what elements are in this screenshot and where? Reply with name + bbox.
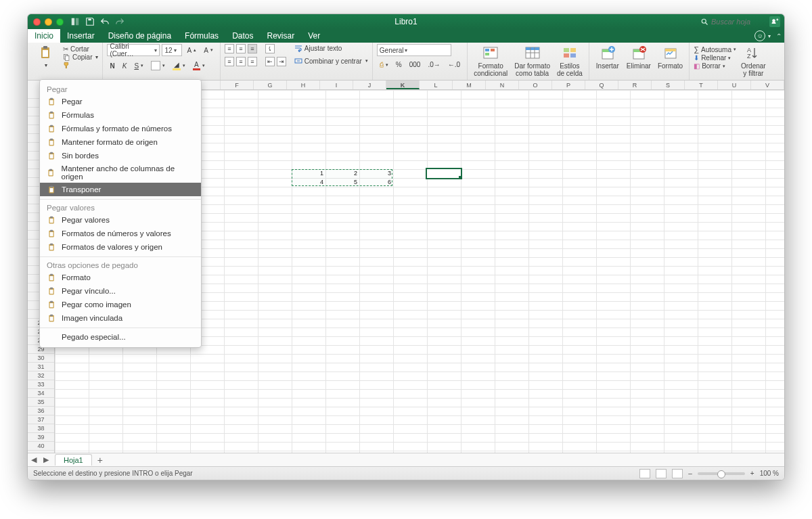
align-center-button[interactable]: ≡: [236, 57, 246, 66]
paste-option-sin-bordes[interactable]: Sin bordes: [40, 149, 201, 162]
cell-styles-button[interactable]: Estilos de celda: [555, 44, 585, 78]
row-header-33[interactable]: 33: [28, 380, 54, 389]
increase-font-button[interactable]: A▴: [184, 45, 199, 55]
align-left-button[interactable]: ≡: [225, 57, 234, 66]
sheet-tab-1[interactable]: Hoja1: [55, 454, 92, 466]
paste-special-button[interactable]: Pegado especial...: [40, 331, 201, 343]
column-header-J[interactable]: J: [353, 81, 386, 89]
clear-button[interactable]: ◧Borrar▾: [694, 62, 736, 70]
paste-option-pegar-como-imagen[interactable]: Pegar como imagen: [40, 298, 201, 311]
tab-ver[interactable]: Ver: [301, 29, 327, 43]
decrease-font-button[interactable]: A▾: [201, 45, 216, 55]
minimize-window-button[interactable]: [45, 18, 52, 26]
paste-option-imagen-vinculada[interactable]: Imagen vinculada: [40, 311, 201, 325]
row-header-30[interactable]: 30: [28, 354, 54, 363]
delete-cells-button[interactable]: Eliminar: [625, 44, 653, 72]
number-format-dropdown[interactable]: General▾: [377, 44, 451, 56]
row-header-38[interactable]: 38: [28, 424, 54, 433]
search-input[interactable]: [711, 18, 765, 26]
column-header-V[interactable]: V: [751, 81, 784, 89]
format-cells-button[interactable]: Formato: [656, 44, 685, 72]
paste-option-mantener-ancho-de-columnas-de-origen[interactable]: Mantener ancho de columnas de origen: [40, 162, 201, 183]
increase-decimal-button[interactable]: .0→: [425, 60, 443, 70]
paste-option-f-rmulas[interactable]: Fórmulas: [40, 108, 201, 122]
active-cell[interactable]: [427, 169, 461, 178]
column-header-O[interactable]: O: [519, 81, 552, 89]
zoom-in-button[interactable]: +: [750, 470, 754, 477]
format-painter-button[interactable]: [63, 62, 98, 69]
column-header-R[interactable]: R: [618, 81, 652, 89]
view-layout-button[interactable]: [656, 469, 667, 478]
cell[interactable]: 2: [325, 169, 359, 178]
close-window-button[interactable]: [33, 18, 41, 26]
column-header-U[interactable]: U: [718, 81, 751, 89]
view-break-button[interactable]: [672, 469, 683, 478]
tab-revisar[interactable]: Revisar: [260, 29, 301, 43]
row-header-41[interactable]: 41: [28, 451, 54, 453]
column-header-N[interactable]: N: [486, 81, 519, 89]
maximize-window-button[interactable]: [56, 18, 64, 26]
row-header-34[interactable]: 34: [28, 389, 54, 398]
conditional-format-button[interactable]: Formato condicional: [472, 44, 510, 78]
align-bottom-button[interactable]: ≡: [248, 44, 257, 53]
merge-center-button[interactable]: Combinar y centrar▾: [294, 57, 368, 65]
fill-color-button[interactable]: ◢▾: [170, 60, 188, 72]
column-header-K[interactable]: K: [386, 81, 420, 89]
paste-option-pegar[interactable]: Pegar: [40, 95, 201, 108]
zoom-slider[interactable]: [698, 472, 745, 475]
fill-button[interactable]: ⬇Rellenar▾: [694, 54, 736, 62]
share-button[interactable]: [769, 16, 780, 27]
tab-insertar[interactable]: Insertar: [60, 29, 102, 43]
decrease-indent-button[interactable]: ⇤: [265, 57, 275, 66]
column-header-I[interactable]: I: [320, 81, 353, 89]
paste-button[interactable]: ▾: [32, 44, 60, 70]
redo-icon[interactable]: [115, 17, 125, 26]
paste-option-formatos-de-valores-y-origen[interactable]: Formatos de valores y origen: [40, 240, 201, 254]
font-size-dropdown[interactable]: 12▾: [162, 44, 182, 56]
column-header-F[interactable]: F: [221, 81, 254, 89]
align-right-button[interactable]: ≡: [248, 57, 257, 66]
paste-option-pegar-v-nculo-[interactable]: Pegar vínculo...: [40, 284, 201, 298]
font-color-button[interactable]: A▾: [190, 60, 208, 72]
row-header-31[interactable]: 31: [28, 363, 54, 371]
search-box[interactable]: [700, 18, 765, 26]
copy-button[interactable]: Copiar▾: [63, 53, 98, 61]
account-icon[interactable]: ☺: [754, 30, 765, 41]
tab-diseno-pagina[interactable]: Diseño de página: [102, 29, 178, 43]
column-header-Q[interactable]: Q: [585, 81, 618, 89]
paste-option-mantener-formato-de-origen[interactable]: Mantener formato de origen: [40, 135, 201, 149]
column-header-L[interactable]: L: [420, 81, 453, 89]
paste-option-formatos-de-n-meros-y-valores[interactable]: Formatos de números y valores: [40, 227, 201, 240]
undo-icon[interactable]: [100, 17, 110, 26]
increase-indent-button[interactable]: ⇥: [277, 57, 286, 66]
paste-option-pegar-valores[interactable]: Pegar valores: [40, 213, 201, 227]
insert-cells-button[interactable]: Insertar: [593, 44, 622, 72]
row-header-39[interactable]: 39: [28, 433, 54, 442]
next-sheet-button[interactable]: ▶: [40, 455, 52, 464]
cell[interactable]: 6: [359, 178, 393, 187]
column-header-S[interactable]: S: [652, 81, 685, 89]
cell[interactable]: 4: [292, 178, 325, 187]
row-header-35[interactable]: 35: [28, 398, 54, 407]
column-header-H[interactable]: H: [287, 81, 320, 89]
cut-button[interactable]: ✂ Cortar: [63, 45, 98, 53]
column-header-P[interactable]: P: [552, 81, 585, 89]
tab-formulas[interactable]: Fórmulas: [178, 29, 225, 43]
autosum-button[interactable]: ∑Autosuma▾: [694, 45, 736, 53]
prev-sheet-button[interactable]: ◀: [28, 455, 40, 464]
collapse-ribbon-button[interactable]: ⌃: [776, 32, 782, 40]
align-top-button[interactable]: ≡: [225, 44, 234, 53]
cell[interactable]: 3: [359, 169, 393, 178]
decrease-decimal-button[interactable]: ←.0: [445, 60, 463, 70]
percent-button[interactable]: %: [393, 60, 405, 70]
row-header-37[interactable]: 37: [28, 415, 54, 424]
column-header-T[interactable]: T: [685, 81, 718, 89]
cell[interactable]: 1: [292, 169, 325, 178]
row-header-36[interactable]: 36: [28, 407, 54, 415]
tab-inicio[interactable]: Inicio: [28, 29, 60, 43]
add-sheet-button[interactable]: +: [97, 455, 103, 466]
format-as-table-button[interactable]: Dar formato como tabla: [512, 44, 552, 78]
save-icon[interactable]: [85, 17, 95, 26]
italic-button[interactable]: K: [120, 61, 130, 71]
paste-option-transponer[interactable]: Transponer: [40, 183, 201, 196]
